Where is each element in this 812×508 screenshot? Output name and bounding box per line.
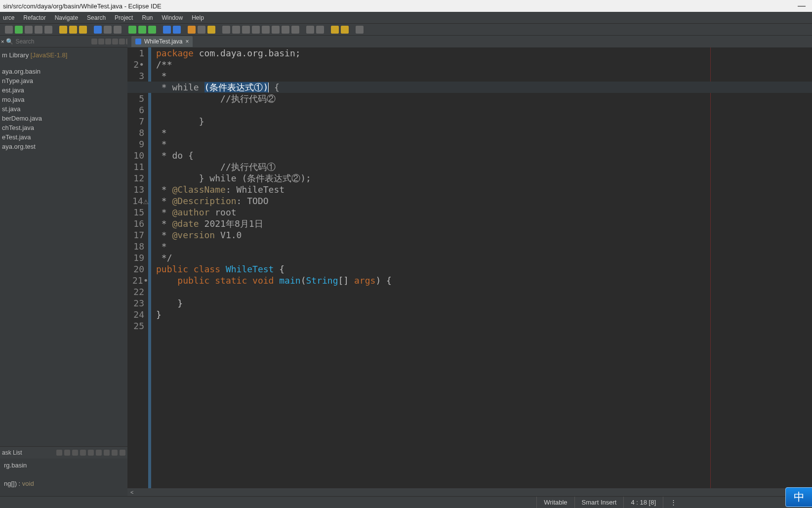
line-number[interactable]: 15 [132,207,144,218]
line-number[interactable]: 17 [132,229,144,241]
line-number[interactable]: 12 [132,172,144,184]
explorer-item[interactable]: aya.org.basin [0,67,127,76]
code-line[interactable]: * [156,138,392,150]
code-line[interactable]: public static void main(String[] args) { [156,275,392,286]
open-type-icon[interactable] [188,26,196,34]
code-line[interactable]: package com.daya.org.basin; [156,47,392,59]
tool-h-icon[interactable] [291,26,299,34]
line-number[interactable]: 1 [132,47,144,59]
tool-c-icon[interactable] [242,26,250,34]
outline-method[interactable]: ng[]) : void [2,479,125,488]
code-line[interactable]: * [156,241,392,252]
explorer-item[interactable]: aya.org.test [0,142,127,151]
explorer-item[interactable]: eTest.java [0,132,127,142]
ime-indicator[interactable]: 中 [785,487,812,507]
line-number[interactable]: 24 [132,309,144,320]
line-number[interactable]: 20 [132,263,144,275]
refresh-icon[interactable] [91,39,97,44]
code-line[interactable]: } [156,116,392,127]
step-over-icon[interactable] [69,26,77,34]
task-tool-b-icon[interactable] [64,450,70,456]
menu-search[interactable]: Search [87,14,106,21]
horizontal-scrollbar[interactable]: < [127,488,812,496]
tool-d-icon[interactable] [252,26,260,34]
tool-i-icon[interactable] [306,26,314,34]
debug-icon[interactable] [128,26,136,34]
resume-icon[interactable] [15,26,23,34]
line-number[interactable]: 18 [132,241,144,252]
menu-run[interactable]: Run [142,14,153,21]
code-line[interactable]: } [156,297,392,309]
menu-project[interactable]: Project [115,14,133,21]
search-input[interactable] [15,38,89,45]
minimize-button[interactable]: — [794,1,809,10]
close-tab-icon[interactable]: × [185,38,189,45]
outline-package[interactable]: rg.basin [2,461,125,470]
task-tool-i-icon[interactable] [120,450,125,456]
line-number[interactable]: 14⚠ [132,195,144,207]
status-more-icon[interactable]: ⋮ [663,497,684,508]
tool-f-icon[interactable] [272,26,280,34]
forward-icon[interactable] [341,26,349,34]
tasktags-icon[interactable] [207,26,215,34]
close-icon[interactable]: × [1,38,4,45]
code-line[interactable]: * [156,70,392,82]
explorer-item[interactable]: st.java [0,104,127,114]
code-line[interactable]: */ [156,252,392,263]
code-line[interactable]: * @Description: TODO [156,195,392,207]
view-menu-icon[interactable] [119,39,125,44]
back-icon[interactable] [331,26,339,34]
line-number[interactable]: 3 [132,70,144,82]
jre-library[interactable]: m Library [JavaSE-1.8] [0,50,127,60]
line-number[interactable]: 22 [132,286,144,297]
step-return-icon[interactable] [79,26,87,34]
line-number[interactable]: 16 [132,218,144,229]
line-number[interactable]: 11 [132,161,144,172]
run-last-icon[interactable] [148,26,156,34]
code-line[interactable]: //执行代码① [156,161,392,172]
explorer-item[interactable]: chTest.java [0,123,127,132]
tool-e-icon[interactable] [262,26,270,34]
line-gutter[interactable]: 12•34567891011121314⚠15161718192021•2223… [132,47,151,488]
explorer-item[interactable]: mo.java [0,95,127,104]
link-icon[interactable] [98,39,104,44]
search-tool-icon[interactable] [198,26,205,34]
line-number[interactable]: 6 [132,104,144,116]
project-explorer[interactable]: m Library [JavaSE-1.8] aya.org.basin nTy… [0,47,127,446]
line-number[interactable]: 21• [132,275,144,286]
code-editor[interactable]: 12•34567891011121314⚠15161718192021•2223… [127,47,812,488]
task-tool-a-icon[interactable] [56,450,62,456]
explorer-item[interactable]: est.java [0,85,127,95]
line-number[interactable]: 23 [132,297,144,309]
menu-refactor[interactable]: Refactor [23,14,45,21]
status-writable[interactable]: Writable [536,497,574,508]
save-icon[interactable] [104,26,112,34]
task-tool-f-icon[interactable] [96,450,102,456]
line-number[interactable]: 8 [132,127,144,138]
menu-window[interactable]: Window [162,14,183,21]
code-line[interactable]: } [156,309,392,320]
tool-a-icon[interactable] [222,26,230,34]
tool-j-icon[interactable] [316,26,324,34]
filter-icon[interactable] [105,39,111,44]
code-line[interactable]: * @ClassName: WhileTest [156,184,392,195]
editor-tab[interactable]: WhileTest.java × [131,36,193,47]
code-line[interactable]: //执行代码② [156,93,392,104]
menu-navigate[interactable]: Navigate [55,14,78,21]
tool-g-icon[interactable] [282,26,289,34]
task-tool-d-icon[interactable] [80,450,86,456]
run-icon[interactable] [138,26,146,34]
code-line[interactable]: /** [156,59,392,70]
disconnect-icon[interactable] [44,26,52,34]
task-tool-c-icon[interactable] [72,450,78,456]
stop-icon[interactable] [35,26,42,34]
code-line[interactable]: } while (条件表达式②); [156,172,392,184]
code-line[interactable]: * @date 2021年8月1日 [156,218,392,229]
line-number[interactable]: 9 [132,138,144,150]
explorer-item[interactable]: nType.java [0,76,127,85]
line-number[interactable]: 25 [132,320,144,332]
tool-b-icon[interactable] [232,26,240,34]
new-class-icon[interactable] [163,26,171,34]
code-line[interactable]: * @author root [156,207,392,218]
code-line[interactable] [156,320,392,332]
